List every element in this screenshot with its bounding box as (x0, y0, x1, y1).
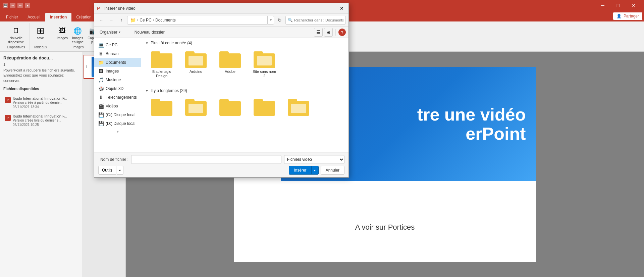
dialog-sidebar: 💻 Ce PC 🖥 Bureau 📁 Documents 🖼 Images 🎵 (94, 38, 141, 152)
ce-pc-icon: 💻 (98, 42, 104, 48)
file-item-name-blackmagic: Blackmagic Design (149, 70, 175, 78)
breadcrumb-bar[interactable]: 📁 › Ce PC › Documents (127, 16, 268, 25)
file-item-name-site-sans-nom: Site sans nom 2 (251, 70, 277, 78)
toolbar-separator-1 (129, 29, 129, 36)
sidebar-item-ce-pc[interactable]: 💻 Ce PC (94, 41, 141, 49)
objets-3d-icon: 🎲 (98, 86, 104, 91)
folder-icon-old-1 (151, 98, 172, 116)
insert-button[interactable]: Insérer ▾ (289, 166, 318, 175)
dialog-titlebar: P Insérer une vidéo ✕ (94, 3, 348, 14)
insert-label: Insérer (289, 166, 311, 174)
bureau-icon: 🖥 (98, 51, 104, 56)
folder-icon-adobe (219, 51, 241, 68)
sidebar-scroll-down[interactable]: ▾ (94, 128, 141, 135)
search-input[interactable] (294, 18, 343, 22)
file-dialog: P Insérer une vidéo ✕ ← → ↑ 📁 › Ce PC › … (94, 3, 349, 178)
file-grid-recent: Blackmagic Design Arduino (141, 47, 348, 86)
file-item-name-adobe: Adobe (225, 70, 235, 74)
folder-icon-arduino (185, 51, 207, 68)
sidebar-item-videos[interactable]: 🎬 Vidéos (94, 102, 141, 110)
folder-icon-old-4 (254, 98, 275, 116)
section-arrow-old: ▼ (145, 89, 149, 93)
file-item-site-sans-nom[interactable]: Site sans nom 2 (249, 49, 279, 80)
new-folder-button[interactable]: Nouveau dossier (132, 28, 167, 36)
file-item-arduino[interactable]: Arduino (181, 49, 211, 80)
filetype-select[interactable]: Fichiers vidéo (284, 155, 344, 164)
breadcrumb-documents[interactable]: Documents (155, 18, 176, 22)
organize-dropdown-icon: ▾ (119, 30, 123, 34)
file-item-old-2[interactable] (181, 96, 211, 119)
breadcrumb-icon: 📁 (130, 17, 136, 23)
dialog-body: 💻 Ce PC 🖥 Bureau 📁 Documents 🖼 Images 🎵 (94, 38, 348, 152)
file-item-adobe[interactable]: Adobe (215, 49, 245, 80)
dialog-bottom: Nom de fichier : Fichiers vidéo Outils ▾… (94, 152, 348, 177)
view-details-button[interactable]: ☰ (314, 28, 323, 37)
search-box: 🔍 (285, 16, 346, 25)
section-header-old[interactable]: ▼ Il y a longtemps (29) (141, 86, 348, 95)
file-item-name-arduino: Arduino (190, 70, 202, 74)
sidebar-item-musique[interactable]: 🎵 Musique (94, 76, 141, 84)
sidebar-item-objets-3d[interactable]: 🎲 Objets 3D (94, 84, 141, 93)
documents-icon: 📁 (98, 60, 104, 65)
nav-back-button[interactable]: ← (97, 16, 106, 25)
dialog-actions: Outils ▾ Insérer ▾ Annuler (98, 166, 344, 175)
file-item-old-4[interactable] (249, 96, 279, 119)
dialog-files: ▼ Plus tôt cette année (4) Blackmagic De… (141, 38, 348, 152)
dialog-close-button[interactable]: ✕ (338, 4, 346, 12)
file-item-blackmagic[interactable]: Blackmagic Design (147, 49, 177, 80)
dialog-overlay: P Insérer une vidéo ✕ ← → ↑ 📁 › Ce PC › … (0, 0, 644, 277)
disque-d-icon: 💾 (98, 121, 104, 126)
insert-dropdown-icon[interactable]: ▾ (312, 166, 318, 174)
musique-icon: 🎵 (98, 77, 104, 83)
nav-up-button[interactable]: ↑ (117, 16, 126, 25)
folder-icon-old-2 (185, 98, 207, 116)
images-nav-icon: 🖼 (98, 68, 104, 74)
sidebar-item-telechargements[interactable]: ⬇ Téléchargements (94, 93, 141, 102)
telechargements-icon: ⬇ (98, 95, 104, 100)
sidebar-item-bureau[interactable]: 🖥 Bureau (94, 49, 141, 58)
disque-c-icon: 💾 (98, 112, 104, 118)
folder-icon-old-5 (288, 98, 309, 116)
breadcrumb-sep-2: › (153, 18, 154, 22)
breadcrumb-dropdown[interactable]: ▾ (267, 16, 274, 25)
sidebar-item-disque-d[interactable]: 💾 (D:) Disque local (94, 119, 141, 128)
help-button[interactable]: ? (338, 29, 346, 36)
dialog-title: Insérer une vidéo (104, 6, 336, 11)
folder-icon-site-sans-nom (254, 51, 275, 68)
folder-icon-old-3 (219, 98, 241, 116)
filename-row: Nom de fichier : Fichiers vidéo (98, 155, 344, 164)
sidebar-item-documents[interactable]: 📁 Documents (94, 58, 141, 67)
file-item-old-3[interactable] (215, 96, 245, 119)
toolbar-separator-2 (335, 29, 336, 36)
breadcrumb-ce-pc[interactable]: Ce PC (140, 18, 151, 22)
nav-forward-button[interactable]: → (107, 16, 116, 25)
file-item-old-5[interactable] (283, 96, 314, 119)
cancel-button[interactable]: Annuler (321, 166, 344, 175)
dialog-nav: ← → ↑ 📁 › Ce PC › Documents ▾ ↻ 🔍 (94, 14, 348, 27)
sidebar-item-disque-c[interactable]: 💾 (C:) Disque local (94, 110, 141, 119)
file-item-old-1[interactable] (147, 96, 177, 119)
folder-icon-blackmagic (151, 51, 172, 68)
videos-nav-icon: 🎬 (98, 103, 104, 109)
organize-button[interactable]: Organiser ▾ (97, 28, 126, 36)
tools-button[interactable]: Outils (98, 166, 116, 175)
filename-input[interactable] (131, 155, 281, 164)
search-icon: 🔍 (288, 18, 293, 22)
view-toggle-button[interactable]: ⊞ (324, 28, 333, 37)
tools-dropdown-button[interactable]: ▾ (117, 166, 123, 175)
dialog-toolbar: Organiser ▾ Nouveau dossier ☰ ⊞ ? (94, 27, 348, 38)
file-grid-old (141, 95, 348, 125)
refresh-button[interactable]: ↻ (275, 16, 284, 25)
section-arrow-recent: ▼ (145, 41, 149, 45)
sidebar-item-images[interactable]: 🖼 Images (94, 67, 141, 76)
action-tools: Outils ▾ (98, 166, 123, 175)
breadcrumb-sep-1: › (137, 18, 138, 22)
filename-label: Nom de fichier : (98, 157, 128, 162)
section-header-recent[interactable]: ▼ Plus tôt cette année (4) (141, 38, 348, 47)
dialog-pp-icon: P (97, 6, 102, 11)
